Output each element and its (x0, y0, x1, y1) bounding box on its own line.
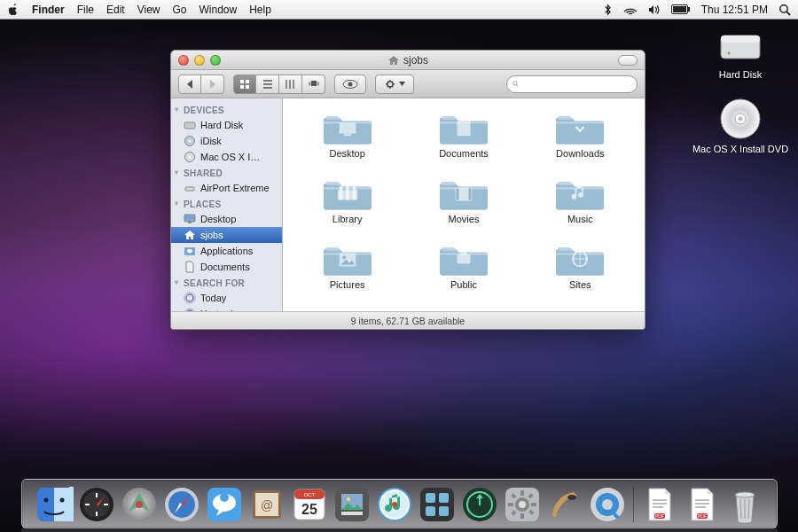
dock-mail[interactable] (120, 485, 159, 524)
folder-music[interactable]: Music (527, 175, 634, 224)
sidebar-item-mac-os-x-i-[interactable]: Mac OS X I… (171, 149, 282, 165)
search-field[interactable] (506, 75, 638, 93)
sidebar-item-yesterday[interactable]: Yesterday (171, 306, 282, 311)
svg-point-91 (220, 493, 229, 502)
apple-menu[interactable] (7, 4, 20, 16)
sidebar-item-applications[interactable]: Applications (171, 243, 282, 259)
svg-rect-16 (309, 82, 311, 85)
svg-point-7 (728, 52, 731, 55)
app-menu[interactable]: Finder (32, 4, 65, 16)
folder-public[interactable]: Public (410, 240, 517, 290)
sidebar-section-header[interactable]: DEVICES (171, 102, 282, 117)
dock-garageband[interactable] (545, 485, 584, 524)
clock[interactable]: Thu 12:51 PM (701, 4, 768, 16)
back-button[interactable] (178, 74, 201, 94)
volume-icon[interactable] (648, 4, 661, 15)
svg-point-42 (186, 310, 193, 311)
sidebar-item-airport-extreme[interactable]: AirPort Extreme (171, 180, 282, 196)
sidebar-item-documents[interactable]: Documents (171, 259, 282, 275)
sidebar-section-header[interactable]: SEARCH FOR (171, 275, 282, 290)
home-icon (184, 229, 196, 241)
sidebar-item-hard-disk[interactable]: Hard Disk (171, 117, 282, 133)
close-button[interactable] (178, 55, 189, 66)
sidebar-section-header[interactable]: SHARED (171, 165, 282, 180)
dock-timemachine[interactable] (460, 485, 499, 524)
minimize-button[interactable] (194, 55, 205, 66)
zoom-button[interactable] (210, 55, 221, 66)
forward-button[interactable] (201, 74, 224, 94)
dock-doc2[interactable]: PDF (683, 485, 722, 524)
svg-rect-54 (458, 121, 471, 137)
column-view-button[interactable] (279, 74, 302, 94)
sidebar-section-header[interactable]: PLACES (171, 196, 282, 211)
svg-point-142 (735, 492, 755, 497)
svg-text:@: @ (260, 498, 272, 512)
bluetooth-icon[interactable] (604, 4, 613, 16)
dvd-icon (184, 151, 196, 163)
svg-rect-52 (344, 134, 350, 137)
content-area[interactable]: Desktop Documents Downloads Library Movi… (283, 98, 645, 311)
menu-file[interactable]: File (77, 4, 94, 16)
coverflow-view-button[interactable] (302, 74, 325, 94)
airport-icon[interactable] (623, 4, 638, 15)
folder-pictures[interactable]: Pictures (293, 240, 401, 290)
dock-dashboard[interactable] (77, 485, 116, 524)
dock-addressbook[interactable]: @ (247, 485, 286, 524)
dock-itunes[interactable] (375, 485, 414, 524)
battery-icon[interactable] (671, 4, 691, 14)
dock-ical[interactable]: OCT25 (290, 485, 329, 524)
svg-rect-70 (458, 254, 471, 263)
sidebar-item-desktop[interactable]: Desktop (171, 211, 282, 227)
folder-icon (323, 109, 372, 146)
dock-systemprefs[interactable] (503, 485, 542, 524)
svg-rect-58 (339, 186, 342, 200)
finder-window: sjobs DEVICESHard DiskiDiskMac OS X I…SH… (170, 50, 645, 330)
folder-desktop[interactable]: Desktop (293, 109, 401, 159)
svg-point-125 (567, 495, 576, 500)
dock-preview[interactable] (332, 485, 372, 524)
sidebar-item-today[interactable]: Today (171, 290, 282, 306)
dock-trash[interactable] (725, 485, 764, 524)
dvd-icon (717, 96, 763, 142)
menu-go[interactable]: Go (173, 4, 187, 16)
folder-label: Library (332, 214, 363, 224)
menu-edit[interactable]: Edit (106, 4, 125, 16)
dock-spaces[interactable] (418, 485, 457, 524)
svg-rect-75 (37, 488, 54, 521)
dock-quicktime[interactable] (588, 485, 627, 524)
dock-finder[interactable] (35, 485, 74, 524)
hd-icon (184, 119, 196, 131)
svg-rect-116 (520, 490, 524, 496)
folder-sites[interactable]: Sites (527, 240, 634, 290)
spotlight-icon[interactable] (778, 4, 791, 16)
folder-icon (439, 175, 489, 212)
search-input[interactable] (522, 79, 631, 90)
titlebar[interactable]: sjobs (171, 51, 645, 70)
folder-documents[interactable]: Documents (410, 109, 517, 159)
folder-downloads[interactable]: Downloads (527, 109, 634, 159)
svg-rect-6 (721, 35, 760, 43)
menu-view[interactable]: View (137, 4, 160, 16)
dock-safari[interactable] (162, 485, 201, 524)
toolbar-toggle-button[interactable] (618, 55, 638, 66)
dock-ichat[interactable] (205, 485, 244, 524)
svg-point-35 (189, 156, 192, 159)
desktop-icon-install-dvd[interactable]: Mac OS X Install DVD (692, 96, 788, 154)
menu-window[interactable]: Window (200, 4, 238, 16)
icon-view-button[interactable] (233, 74, 256, 94)
sidebar-item-idisk[interactable]: iDisk (171, 133, 282, 149)
dock-doc1[interactable]: PDF (640, 485, 679, 524)
svg-rect-110 (426, 506, 435, 516)
folder-library[interactable]: Library (293, 175, 401, 224)
svg-rect-131 (653, 506, 663, 508)
desktop-icon-hard-disk[interactable]: Hard Disk (717, 27, 763, 80)
idisk-icon (184, 135, 196, 147)
list-view-button[interactable] (256, 74, 279, 94)
quicklook-group (334, 74, 366, 94)
menu-help[interactable]: Help (249, 4, 271, 16)
sidebar-item-label: Applications (200, 246, 253, 256)
sidebar-item-sjobs[interactable]: sjobs (171, 227, 282, 243)
quicklook-button[interactable] (334, 74, 366, 94)
folder-movies[interactable]: Movies (410, 175, 517, 224)
action-button[interactable] (375, 74, 414, 94)
